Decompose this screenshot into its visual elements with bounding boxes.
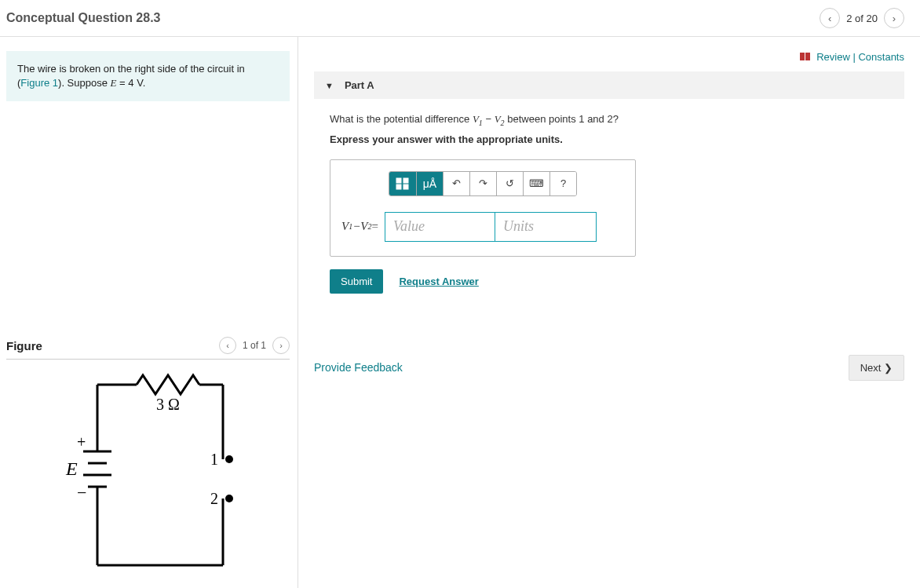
provide-feedback-link[interactable]: Provide Feedback [314, 361, 403, 374]
submit-button[interactable]: Submit [330, 269, 383, 294]
top-links: Review | Constants [314, 46, 904, 71]
part-body: What is the potential difference V1 − V2… [314, 99, 904, 308]
figure-prev-button[interactable]: ‹ [219, 337, 236, 354]
q-v1: V [473, 113, 479, 125]
svg-rect-24 [403, 184, 408, 189]
submit-row: Submit Request Answer [330, 269, 889, 294]
svg-text:1: 1 [210, 451, 218, 468]
figure-pager-text: 1 of 1 [243, 340, 266, 351]
q-v2: V [495, 113, 501, 125]
part-label: Part A [345, 79, 374, 91]
svg-rect-19 [800, 53, 805, 60]
al-eq: = [371, 220, 378, 233]
q-pre: What is the potential difference [330, 113, 473, 125]
chevron-left-icon: ‹ [828, 13, 831, 24]
units-input[interactable]: Units [495, 212, 597, 242]
svg-rect-22 [403, 178, 408, 183]
caret-down-icon: ▼ [325, 81, 334, 90]
figure-next-button[interactable]: › [272, 337, 290, 354]
figure-title: Figure [6, 339, 42, 352]
answer-label: V1 − V2 = [341, 212, 385, 242]
problem-text-2: ). Suppose [58, 77, 111, 89]
bottom-row: Provide Feedback Next ❯ [314, 355, 904, 381]
value-input[interactable]: Value [385, 212, 495, 242]
svg-point-11 [225, 455, 233, 463]
q-post: between points 1 and 2? [505, 113, 619, 125]
answer-area: μÅ ↶ ↷ ↺ ⌨ ? V1 − V2 = Value Units [330, 159, 636, 257]
answer-toolbar: μÅ ↶ ↷ ↺ ⌨ ? [341, 171, 624, 196]
undo-button[interactable]: ↶ [443, 172, 469, 195]
next-button[interactable]: Next ❯ [849, 355, 904, 381]
q-minus: − [483, 113, 495, 125]
page-header: Conceptual Question 28.3 ‹ 2 of 20 › [0, 0, 920, 37]
svg-point-12 [225, 495, 233, 502]
problem-statement: The wire is broken on the right side of … [6, 51, 290, 101]
svg-rect-21 [396, 178, 401, 183]
svg-rect-23 [396, 184, 401, 189]
svg-text:2: 2 [210, 490, 218, 507]
page-pager: ‹ 2 of 20 › [820, 8, 904, 28]
review-link[interactable]: Review [816, 51, 850, 63]
redo-button[interactable]: ↷ [469, 172, 496, 195]
al-v1: V [341, 220, 349, 233]
svg-text:3 Ω: 3 Ω [156, 396, 180, 413]
chevron-right-icon: › [279, 341, 283, 350]
next-page-button[interactable]: › [884, 8, 904, 28]
emf-value: = 4 V [117, 77, 143, 89]
main-content: The wire is broken on the right side of … [0, 37, 920, 588]
svg-text:E: E [65, 458, 78, 479]
units-symbol-button[interactable]: μÅ [416, 172, 443, 195]
al-minus: − [352, 220, 360, 233]
part-header[interactable]: ▼ Part A [314, 71, 904, 99]
question-text: What is the potential difference V1 − V2… [330, 113, 889, 127]
prev-page-button[interactable]: ‹ [820, 8, 840, 28]
help-button[interactable]: ? [549, 172, 576, 195]
flag-icon[interactable] [800, 52, 811, 64]
page-title: Conceptual Question 28.3 [6, 11, 160, 25]
figure-link[interactable]: Figure 1 [20, 77, 58, 89]
constants-link[interactable]: Constants [858, 51, 904, 63]
svg-text:−: − [77, 483, 86, 502]
chevron-right-icon: › [893, 13, 896, 24]
figure-pager: ‹ 1 of 1 › [219, 337, 290, 354]
svg-text:+: + [77, 433, 86, 451]
reset-button[interactable]: ↺ [496, 172, 523, 195]
circuit-svg: 3 Ω E + − 1 2 [42, 369, 254, 581]
answer-row: V1 − V2 = Value Units [341, 212, 624, 242]
right-column: Review | Constants ▼ Part A What is the … [298, 37, 920, 588]
templates-button[interactable] [389, 172, 416, 195]
request-answer-link[interactable]: Request Answer [399, 276, 478, 287]
emf-symbol: E [111, 77, 117, 89]
left-column: The wire is broken on the right side of … [0, 37, 298, 588]
toolbar-group: μÅ ↶ ↷ ↺ ⌨ ? [389, 171, 577, 196]
figure-header: Figure ‹ 1 of 1 › [6, 337, 290, 360]
figure-image: 3 Ω E + − 1 2 [6, 360, 290, 581]
problem-period: . [143, 77, 146, 89]
separator: | [850, 51, 859, 63]
svg-rect-20 [805, 53, 810, 60]
chevron-left-icon: ‹ [226, 341, 229, 350]
pager-text: 2 of 20 [846, 13, 878, 24]
al-v2: V [360, 220, 367, 233]
instruction-text: Express your answer with the appropriate… [330, 133, 889, 145]
templates-icon [396, 177, 410, 190]
keyboard-button[interactable]: ⌨ [523, 172, 549, 195]
